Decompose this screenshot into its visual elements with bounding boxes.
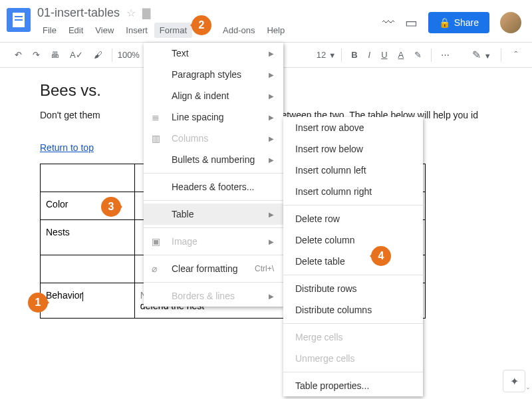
table-menu-item[interactable]: Delete column <box>283 229 423 251</box>
chevron-right-icon: ▶ <box>269 71 274 78</box>
chevron-right-icon: ▶ <box>269 50 274 57</box>
lock-icon: 🔒 <box>439 17 450 28</box>
format-menu-item[interactable]: Align & indent▶ <box>144 85 283 106</box>
comment-icon[interactable]: ▭ <box>405 15 418 31</box>
menu-insert[interactable]: Insert <box>120 23 153 38</box>
table-menu-item[interactable]: Insert row below <box>283 138 423 160</box>
format-menu-item[interactable]: Table▶ <box>144 203 283 225</box>
table-menu-item: Merge cells <box>283 327 423 348</box>
share-label: Share <box>454 17 479 28</box>
format-menu: Text▶Paragraph styles▶Align & indent▶≣Li… <box>144 43 283 307</box>
shortcut: Ctrl+\ <box>255 264 274 273</box>
chevron-right-icon: ▶ <box>269 211 274 218</box>
format-menu-item: ▥Columns▶ <box>144 128 283 149</box>
menu-label: Image <box>172 236 198 247</box>
print-button[interactable]: 🖶 <box>47 47 63 63</box>
collapse-toolbar-button[interactable]: ˆ <box>511 47 521 63</box>
editing-mode-button[interactable]: ✎ ▼ <box>472 49 491 61</box>
table-menu-item: Unmerge cells <box>283 348 423 369</box>
share-button[interactable]: 🔒 Share <box>428 12 489 33</box>
font-size-select[interactable]: 12 ▼ <box>317 50 336 60</box>
table-cell[interactable] <box>41 255 135 283</box>
chevron-right-icon: ▶ <box>269 156 274 164</box>
table-menu-item[interactable]: Table properties... <box>283 375 423 396</box>
table-menu-item[interactable]: Delete table <box>283 251 423 272</box>
clear-icon: ⌀ <box>152 263 157 274</box>
separator <box>341 49 342 62</box>
table-submenu: Insert row aboveInsert row belowInsert c… <box>283 117 423 396</box>
menu-label: Headers & footers... <box>172 182 255 192</box>
more-tools[interactable]: ⋯ <box>437 47 454 63</box>
table-menu-item[interactable]: Distribute rows <box>283 278 423 299</box>
trend-icon[interactable]: 〰 <box>382 16 394 30</box>
separator <box>112 49 112 62</box>
table-menu-item[interactable]: Delete row <box>283 208 423 229</box>
explore-button[interactable]: ✦ <box>503 370 525 392</box>
separator <box>501 49 501 62</box>
menu-label: Align & indent <box>172 90 229 101</box>
italic-button[interactable]: I <box>364 47 375 63</box>
chevron-right-icon: ▶ <box>269 114 274 121</box>
menu-edit[interactable]: Edit <box>63 23 88 38</box>
table-menu-item[interactable]: Insert row above <box>283 117 423 138</box>
chevron-right-icon: ▶ <box>269 92 274 100</box>
docs-logo[interactable] <box>7 8 31 32</box>
avatar[interactable] <box>500 12 521 33</box>
menu-label: Text <box>172 48 189 59</box>
callout-3: 3 <box>101 197 121 217</box>
format-menu-item[interactable]: Headers & footers... <box>144 176 283 198</box>
format-menu-item[interactable]: Text▶ <box>144 43 283 64</box>
spellcheck-button[interactable]: A✓ <box>66 47 87 63</box>
menu-label: Bullets & numbering <box>172 154 255 165</box>
star-icon[interactable]: ☆ <box>126 7 136 19</box>
underline-button[interactable]: U <box>377 47 391 63</box>
undo-button[interactable]: ↶ <box>11 47 26 63</box>
table-cell[interactable]: Behavior <box>41 283 135 319</box>
menu-label: Paragraph styles <box>172 69 241 80</box>
line-icon: ≣ <box>152 112 160 122</box>
doc-title[interactable]: 01-insert-tables <box>37 6 120 20</box>
paint-format-button[interactable]: 🖌 <box>90 47 106 63</box>
redo-button[interactable]: ↷ <box>29 47 44 63</box>
callout-1: 1 <box>28 293 48 313</box>
menu-label: Table <box>172 209 194 219</box>
chevron-right-icon: ▶ <box>269 135 274 142</box>
table-menu-item[interactable]: Insert column right <box>283 181 423 202</box>
format-menu-item[interactable]: ⌀Clear formattingCtrl+\ <box>144 258 283 279</box>
zoom-value: 100% <box>118 50 140 60</box>
menu-label: Line spacing <box>172 112 224 122</box>
menu-label: Borders & lines <box>172 291 235 301</box>
table-cell[interactable] <box>41 164 135 192</box>
table-menu-item[interactable]: Insert column left <box>283 160 423 181</box>
format-menu-item[interactable]: Paragraph styles▶ <box>144 64 283 85</box>
menu-add-ons[interactable]: Add-ons <box>217 23 260 38</box>
menu-view[interactable]: View <box>90 23 119 38</box>
highlight-button[interactable]: ✎ <box>410 47 426 63</box>
return-top-link[interactable]: Return to top <box>40 142 94 153</box>
chevron-right-icon: ▶ <box>269 238 274 245</box>
font-size-value: 12 <box>317 50 326 60</box>
img-icon: ▣ <box>152 236 160 247</box>
format-menu-item: Borders & lines▶ <box>144 285 283 307</box>
menu-file[interactable]: File <box>37 23 62 38</box>
para-frag-1: Don't get them <box>40 110 100 120</box>
menu-label: Clear formatting <box>172 263 238 274</box>
menu-help[interactable]: Help <box>261 23 290 38</box>
text-color-button[interactable]: A <box>394 47 408 63</box>
folder-icon[interactable]: ▇ <box>142 7 150 19</box>
format-menu-item[interactable]: ≣Line spacing▶ <box>144 106 283 128</box>
callout-2: 2 <box>192 15 211 35</box>
chevron-right-icon: ▶ <box>269 293 274 300</box>
callout-4: 4 <box>371 246 391 266</box>
table-cell[interactable]: Nests <box>41 220 135 255</box>
table-menu-item[interactable]: Distribute columns <box>283 299 423 321</box>
menu-label: Columns <box>172 133 208 144</box>
scroll-down-icon[interactable]: ˇ <box>527 387 529 396</box>
cols-icon: ▥ <box>152 133 160 144</box>
separator <box>431 49 432 62</box>
bold-button[interactable]: B <box>347 47 361 63</box>
format-menu-item[interactable]: Bullets & numbering▶ <box>144 149 283 170</box>
format-menu-item: ▣Image▶ <box>144 231 283 252</box>
